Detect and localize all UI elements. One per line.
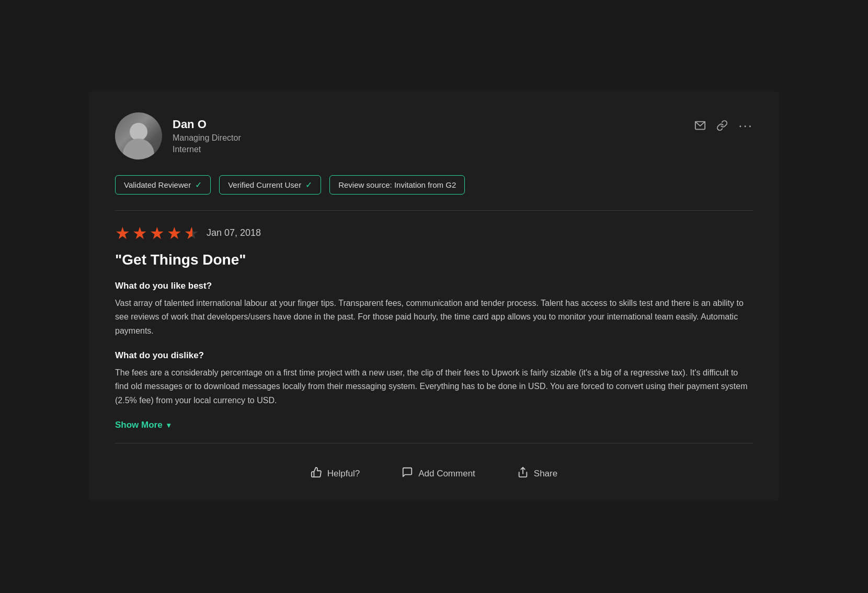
verified-user-check: ✓ [305,180,312,190]
star-1: ★ [115,223,130,243]
validated-reviewer-check: ✓ [195,180,202,190]
verified-user-badge: Verified Current User ✓ [219,175,321,195]
add-comment-label: Add Comment [418,469,475,479]
star-rating: ★ ★ ★ ★ ★ ★ [115,223,199,243]
user-company: Internet [173,145,241,154]
share-button[interactable]: Share [517,466,557,481]
show-more-button[interactable]: Show More ▾ [115,420,753,430]
share-icon [517,466,529,481]
user-name: Dan O [173,118,241,131]
avatar [115,112,162,159]
show-more-chevron-icon: ▾ [167,421,170,429]
divider-bottom [115,443,753,443]
review-source-badge: Review source: Invitation from G2 [329,175,465,195]
show-more-label: Show More [115,420,163,430]
user-details: Dan O Managing Director Internet [173,118,241,154]
review-card: Dan O Managing Director Internet ··· [89,92,779,501]
helpful-label: Helpful? [327,469,360,479]
mail-icon[interactable] [694,120,706,131]
section-label-dislike: What do you dislike? [115,350,753,361]
divider-top [115,210,753,211]
validated-reviewer-label: Validated Reviewer [124,180,191,189]
star-3: ★ [150,223,165,243]
user-info: Dan O Managing Director Internet [115,112,241,159]
review-source-label: Review source: Invitation from G2 [338,180,456,189]
add-comment-button[interactable]: Add Comment [402,466,475,481]
review-header: Dan O Managing Director Internet ··· [115,112,753,159]
verified-user-label: Verified Current User [228,180,301,189]
comment-icon [402,466,413,481]
section-label-like: What do you like best? [115,281,753,291]
link-icon[interactable] [716,120,728,131]
more-options-icon[interactable]: ··· [738,118,753,134]
header-actions: ··· [694,118,753,134]
star-half: ★ ★ [184,223,199,243]
star-4: ★ [167,223,182,243]
star-2: ★ [132,223,147,243]
review-title: "Get Things Done" [115,252,753,268]
validated-reviewer-badge: Validated Reviewer ✓ [115,175,211,195]
share-label: Share [534,469,557,479]
section-text-dislike: The fees are a considerably percentage o… [115,366,753,407]
badges-row: Validated Reviewer ✓ Verified Current Us… [115,175,753,195]
rating-row: ★ ★ ★ ★ ★ ★ Jan 07, 2018 [115,223,753,243]
section-text-like: Vast array of talented international lab… [115,297,753,338]
footer-actions: Helpful? Add Comment Share [115,456,753,481]
review-date: Jan 07, 2018 [207,227,261,238]
user-title: Managing Director [173,133,241,143]
thumbs-up-icon [311,466,322,481]
helpful-button[interactable]: Helpful? [311,466,360,481]
